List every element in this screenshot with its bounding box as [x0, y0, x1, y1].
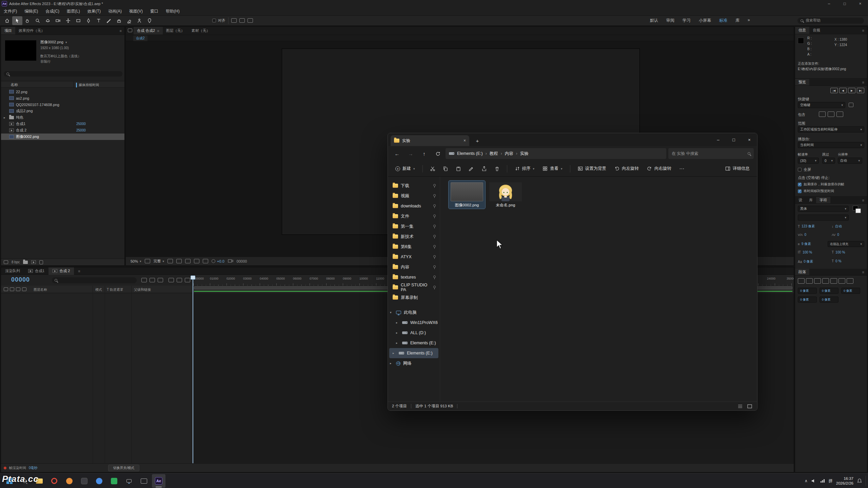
- shortcut-select[interactable]: 空格键▾: [798, 102, 845, 108]
- sidebar-item-drive-e[interactable]: ▸Elements (E:): [388, 338, 440, 348]
- workspace-learn[interactable]: 学习: [678, 18, 695, 23]
- font-style-select[interactable]: ▾: [798, 215, 849, 221]
- exposure-control[interactable]: +0.0: [212, 259, 224, 263]
- justify-last-left-icon[interactable]: [822, 278, 829, 284]
- project-item[interactable]: 22.png: [1, 88, 124, 95]
- include-audio-icon[interactable]: [828, 111, 834, 117]
- tab-project[interactable]: 项目: [1, 27, 15, 35]
- zoom-tool-icon[interactable]: [33, 16, 43, 25]
- ime-indicator[interactable]: 拼: [829, 478, 833, 484]
- resolution-select[interactable]: 完整▾: [154, 259, 164, 264]
- skip-select[interactable]: 0▾: [822, 158, 835, 164]
- tracking-value[interactable]: 0: [837, 233, 839, 237]
- audio-column-icon[interactable]: [10, 287, 14, 291]
- stroke-style-select[interactable]: 在描边上填充▾: [828, 241, 864, 247]
- project-item-comp[interactable]: 合成125000: [1, 121, 124, 127]
- project-item-comp[interactable]: 合成 225000: [1, 127, 124, 134]
- align-left-icon[interactable]: [798, 278, 805, 284]
- close-button[interactable]: ×: [852, 0, 868, 7]
- snap-checkbox[interactable]: [212, 19, 216, 22]
- tab-paragraph[interactable]: 段落: [795, 269, 809, 275]
- move-time-checkbox[interactable]: [798, 189, 802, 193]
- details-view-icon[interactable]: [737, 404, 744, 409]
- indent-right-field[interactable]: 0 像素: [841, 288, 860, 294]
- sidebar-item-screenrec[interactable]: 屏幕录制: [388, 292, 440, 303]
- column-name[interactable]: 名称: [11, 82, 18, 87]
- sidebar-item-videos[interactable]: 视频: [388, 191, 440, 201]
- share-icon[interactable]: [478, 163, 490, 174]
- workspace-overflow-icon[interactable]: »: [744, 18, 754, 23]
- column-layer-name[interactable]: 图层名称: [34, 287, 47, 292]
- taskbar-app-dark[interactable]: [77, 474, 91, 488]
- draft-3d-icon[interactable]: [150, 278, 155, 282]
- lock-column-icon[interactable]: [22, 287, 26, 291]
- pan-behind-tool-icon[interactable]: [63, 16, 73, 25]
- space-before-field[interactable]: 0 像素: [798, 297, 817, 303]
- project-item[interactable]: as2.png: [1, 95, 124, 101]
- current-time-display[interactable]: 00000: [11, 276, 30, 283]
- sidebar-item-this-pc[interactable]: ▾此电脑: [388, 307, 440, 318]
- sidebar-item-clipstudio[interactable]: CLIP STUDIO PA: [388, 282, 440, 292]
- panel-menu-icon[interactable]: ≡: [117, 27, 124, 35]
- sidebar-item-drive-d[interactable]: ▸ALL (D:): [388, 328, 440, 338]
- timeline-search-input[interactable]: [52, 277, 137, 283]
- fullscreen-checkbox[interactable]: [798, 168, 802, 171]
- tab-libraries[interactable]: 库: [806, 197, 816, 203]
- panel-menu-icon[interactable]: ≡: [157, 29, 159, 33]
- menu-composition[interactable]: 合成(C): [42, 8, 63, 14]
- space-after-field[interactable]: 0 像素: [820, 297, 839, 303]
- taskbar-app-orange[interactable]: [62, 474, 76, 488]
- network-icon[interactable]: [820, 478, 825, 484]
- horizontal-scale-value[interactable]: 100 %: [835, 250, 845, 254]
- rotate-left-button[interactable]: 向左旋转: [611, 163, 642, 174]
- new-tab-button[interactable]: +: [473, 137, 481, 145]
- explorer-maximize-button[interactable]: □: [726, 133, 742, 146]
- details-pane-button[interactable]: 详细信息: [722, 163, 753, 174]
- menu-help[interactable]: 帮助(H): [162, 8, 183, 14]
- menu-edit[interactable]: 编辑(E): [21, 8, 42, 14]
- tab-character[interactable]: 字符: [816, 197, 830, 203]
- view-button[interactable]: 查看▾: [539, 163, 566, 174]
- explorer-search-input[interactable]: 在 实验 中搜索: [668, 148, 754, 159]
- column-mode[interactable]: 模式: [95, 287, 102, 292]
- menu-layer[interactable]: 图层(L): [63, 8, 84, 14]
- sidebar-item-network[interactable]: ▸网络: [388, 358, 440, 368]
- eraser-tool-icon[interactable]: [124, 16, 134, 25]
- play-cached-checkbox[interactable]: [798, 183, 802, 186]
- camera-tool-icon[interactable]: [53, 16, 63, 25]
- taskbar-app-recorder[interactable]: [122, 474, 136, 488]
- expander-icon[interactable]: ▸: [396, 341, 399, 345]
- fit-icon[interactable]: [145, 259, 150, 263]
- workspace-default[interactable]: 默认: [646, 18, 662, 23]
- project-column-header[interactable]: 名称 媒体持续时间: [1, 81, 124, 88]
- puppet-pin-tool-icon[interactable]: [144, 16, 155, 25]
- preview-time[interactable]: 00000: [237, 259, 247, 263]
- align-center-icon[interactable]: [806, 278, 813, 284]
- sidebar-item-downloads[interactable]: downloads: [388, 201, 440, 211]
- roto-brush-tool-icon[interactable]: [134, 16, 144, 25]
- include-video-icon[interactable]: [819, 111, 826, 117]
- explorer-minimize-button[interactable]: –: [710, 133, 726, 146]
- file-tile-selected[interactable]: 图像0002.png: [449, 181, 485, 209]
- menu-view[interactable]: 视图(V): [125, 8, 146, 14]
- taskbar-app-browser-red[interactable]: [47, 474, 61, 488]
- expander-icon[interactable]: ▸: [4, 116, 7, 119]
- tab-comp-2[interactable]: 合成 2: [48, 267, 74, 275]
- justify-last-center-icon[interactable]: [830, 278, 837, 284]
- panel-menu-icon[interactable]: ≡: [860, 197, 867, 203]
- tab-effect-controls[interactable]: 效果控件（无）: [15, 27, 48, 35]
- expander-icon[interactable]: ▸: [390, 362, 393, 365]
- motion-blur-icon[interactable]: [177, 278, 182, 282]
- column-parent-link[interactable]: 父级和链接: [134, 287, 151, 292]
- clone-stamp-tool-icon[interactable]: [114, 16, 124, 25]
- delete-icon[interactable]: [39, 260, 43, 264]
- project-item[interactable]: 成品2.png: [1, 108, 124, 114]
- tab-footage[interactable]: 素材（无）: [188, 27, 214, 35]
- sidebar-item-downloads-pinned[interactable]: 下载: [388, 181, 440, 191]
- large-icons-view-icon[interactable]: [747, 404, 753, 409]
- view-options-icon[interactable]: [248, 18, 253, 23]
- grid-guides-icon[interactable]: [194, 259, 199, 263]
- sidebar-item-files[interactable]: 文件: [388, 211, 440, 221]
- current-time-indicator-head[interactable]: [191, 276, 195, 280]
- kerning-value[interactable]: 0: [805, 233, 807, 237]
